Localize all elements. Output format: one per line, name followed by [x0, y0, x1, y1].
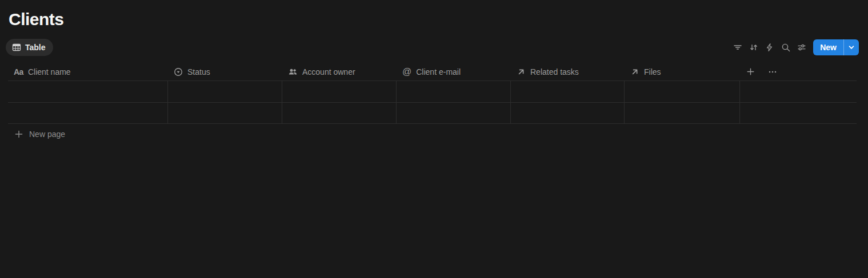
more-options-button[interactable] [766, 66, 779, 78]
table-cell-filler [740, 103, 857, 123]
column-header-client-name[interactable]: Aa Client name [8, 63, 168, 80]
table-cell[interactable] [8, 103, 168, 123]
header-extra-area [740, 63, 857, 80]
new-button[interactable]: New [813, 39, 859, 55]
page-title[interactable]: Clients [9, 9, 64, 30]
new-button-dropdown[interactable] [844, 39, 859, 55]
plus-icon [746, 67, 755, 76]
table-cell[interactable] [625, 81, 740, 102]
chevron-down-icon [847, 43, 855, 51]
clients-table: Aa Client name Status Account ow [8, 63, 857, 144]
table-cell[interactable] [168, 81, 282, 102]
ellipsis-icon [768, 67, 777, 76]
relation-arrow-icon [517, 67, 526, 76]
lightning-icon [765, 43, 774, 52]
add-property-button[interactable] [744, 66, 757, 78]
table-row[interactable] [8, 81, 857, 103]
search-icon [781, 43, 791, 53]
at-sign-icon: @ [402, 67, 411, 76]
sliders-icon [797, 43, 806, 52]
column-header-account-owner[interactable]: Account owner [282, 63, 397, 80]
table-cell[interactable] [168, 103, 282, 123]
automation-button[interactable] [762, 39, 778, 55]
new-page-button[interactable]: New page [8, 124, 857, 144]
table-cell[interactable] [625, 103, 740, 123]
column-label: Status [187, 67, 210, 76]
filter-button[interactable] [730, 39, 746, 55]
people-icon [288, 67, 298, 76]
table-cell[interactable] [397, 103, 511, 123]
table-row[interactable] [8, 103, 857, 124]
column-header-files[interactable]: Files [625, 63, 740, 80]
column-label: Account owner [302, 67, 355, 76]
new-button-label[interactable]: New [813, 39, 843, 55]
title-text-icon: Aa [14, 67, 23, 76]
column-label: Related tasks [530, 67, 579, 76]
relation-arrow-icon [630, 67, 639, 76]
plus-icon [14, 130, 23, 139]
sort-button[interactable] [746, 39, 762, 55]
table-grid-icon [12, 43, 21, 52]
table-cell-filler [740, 81, 857, 102]
column-label: Client name [28, 67, 71, 76]
sort-icon [749, 43, 758, 52]
view-bar: Table [6, 39, 859, 56]
table-cell[interactable] [282, 81, 397, 102]
toolbar: New [730, 39, 859, 55]
filter-icon [733, 43, 742, 52]
view-tab-label: Table [25, 43, 46, 52]
column-header-related-tasks[interactable]: Related tasks [511, 63, 625, 80]
status-icon [174, 67, 183, 76]
new-page-label: New page [29, 130, 65, 139]
table-cell[interactable] [8, 81, 168, 102]
view-tab-table[interactable]: Table [6, 39, 53, 56]
table-cell[interactable] [397, 81, 511, 102]
column-label: Client e-mail [416, 67, 461, 76]
table-cell[interactable] [511, 103, 625, 123]
column-header-client-email[interactable]: @ Client e-mail [397, 63, 511, 80]
search-button[interactable] [778, 39, 794, 55]
table-cell[interactable] [282, 103, 397, 123]
column-label: Files [644, 67, 661, 76]
table-cell[interactable] [511, 81, 625, 102]
table-header-row: Aa Client name Status Account ow [8, 63, 857, 81]
view-settings-button[interactable] [794, 39, 810, 55]
column-header-status[interactable]: Status [168, 63, 282, 80]
